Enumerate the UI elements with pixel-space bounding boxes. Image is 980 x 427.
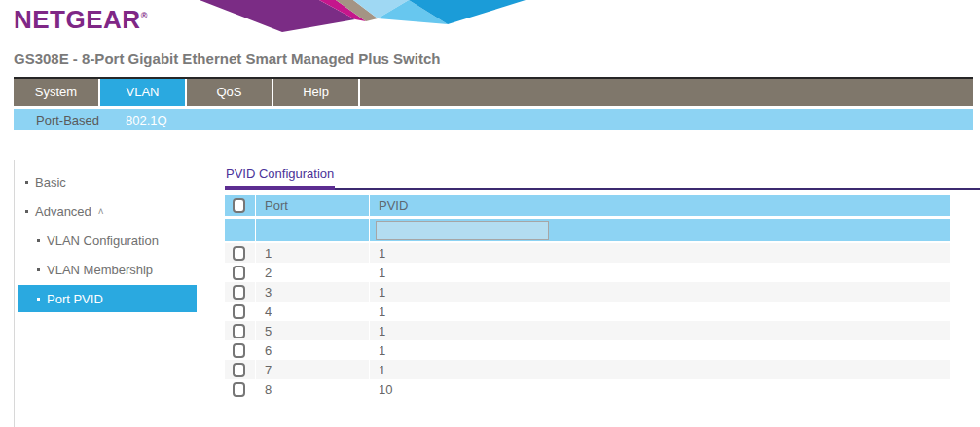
sidebar-item-label: Advanced <box>35 204 91 219</box>
bullet-icon <box>37 239 40 242</box>
port-cell: 8 <box>255 379 369 399</box>
sub-nav: Port-Based 802.1Q <box>14 109 973 130</box>
netgear-logo: NETGEAR® <box>14 5 148 35</box>
tab-system[interactable]: System <box>14 79 100 106</box>
pvid-cell: 1 <box>369 282 950 302</box>
table-row: 8 10 <box>225 379 950 399</box>
select-all-checkbox[interactable] <box>233 198 245 213</box>
sidebar-item-label: Port PVID <box>47 292 103 306</box>
port-cell: 5 <box>255 321 369 340</box>
table-row: 1 1 <box>225 243 950 263</box>
pvid-table: Port PVID 1 1 2 1 3 1 4 1 <box>225 195 950 399</box>
table-filter-row <box>225 219 950 241</box>
subnav-item-8021q[interactable]: 802.1Q <box>126 113 167 127</box>
table-header-row: Port PVID <box>225 195 950 216</box>
pvid-cell: 1 <box>369 321 950 340</box>
port-cell: 1 <box>255 243 369 263</box>
bullet-icon <box>37 268 40 271</box>
subnav-item-port-based[interactable]: Port-Based <box>36 113 99 127</box>
sidebar-item-label: VLAN Configuration <box>47 233 159 248</box>
pvid-cell: 10 <box>369 379 950 399</box>
column-header-pvid: PVID <box>369 195 950 216</box>
sidebar: Basic Advanced ˄ VLAN Configuration VLAN… <box>14 160 200 427</box>
registered-mark: ® <box>141 11 148 20</box>
top-banner: NETGEAR® <box>0 0 980 32</box>
sidebar-item-advanced[interactable]: Advanced ˄ <box>18 196 197 226</box>
table-row: 7 1 <box>225 360 950 379</box>
tab-help[interactable]: Help <box>273 79 360 106</box>
table-row: 2 1 <box>225 263 950 282</box>
table-row: 6 1 <box>225 340 950 360</box>
sidebar-item-port-pvid[interactable]: Port PVID <box>18 285 197 312</box>
pvid-cell: 1 <box>369 263 950 282</box>
sidebar-item-vlan-configuration[interactable]: VLAN Configuration <box>18 226 197 255</box>
row-checkbox[interactable] <box>233 266 245 280</box>
content-area: Basic Advanced ˄ VLAN Configuration VLAN… <box>0 160 980 427</box>
table-row: 4 1 <box>225 302 950 321</box>
table-row: 3 1 <box>225 282 950 302</box>
pvid-cell: 1 <box>369 340 950 360</box>
row-checkbox[interactable] <box>233 304 245 319</box>
sidebar-item-label: VLAN Membership <box>47 263 153 277</box>
bullet-icon <box>25 210 28 213</box>
port-cell: 4 <box>255 302 369 321</box>
row-checkbox[interactable] <box>233 363 245 377</box>
port-cell: 3 <box>255 282 369 302</box>
bullet-icon <box>37 298 40 301</box>
page-title: GS308E - 8-Port Gigabit Ethernet Smart M… <box>0 32 980 77</box>
tab-qos[interactable]: QoS <box>187 79 273 106</box>
pvid-edit-input[interactable] <box>376 221 549 240</box>
main-panel: PVID Configuration Port PVID 1 1 2 1 <box>200 160 980 427</box>
table-row: 5 1 <box>225 321 950 340</box>
port-cell: 6 <box>255 340 369 360</box>
row-checkbox[interactable] <box>233 285 245 300</box>
row-checkbox[interactable] <box>233 382 245 397</box>
pvid-cell: 1 <box>369 302 950 321</box>
sidebar-item-basic[interactable]: Basic <box>18 167 197 196</box>
logo-text: NETGEAR <box>14 5 141 34</box>
section-title: PVID Configuration <box>225 166 335 190</box>
main-nav: System VLAN QoS Help <box>14 77 973 106</box>
table-body: 1 1 2 1 3 1 4 1 5 1 6 1 7 1 8 10 <box>225 243 950 399</box>
tab-vlan[interactable]: VLAN <box>100 79 187 106</box>
sidebar-item-label: Basic <box>35 175 66 190</box>
banner-graphic <box>175 0 584 32</box>
port-cell: 2 <box>255 263 369 282</box>
column-header-port: Port <box>255 195 369 216</box>
bullet-icon <box>25 181 28 184</box>
collapse-caret-icon: ˄ <box>98 206 104 217</box>
row-checkbox[interactable] <box>233 324 245 338</box>
port-cell: 7 <box>255 360 369 379</box>
pvid-cell: 1 <box>369 360 950 379</box>
pvid-cell: 1 <box>369 243 950 263</box>
row-checkbox[interactable] <box>233 246 245 261</box>
row-checkbox[interactable] <box>233 343 245 358</box>
sidebar-item-vlan-membership[interactable]: VLAN Membership <box>18 255 197 284</box>
section-title-rule <box>225 188 980 190</box>
